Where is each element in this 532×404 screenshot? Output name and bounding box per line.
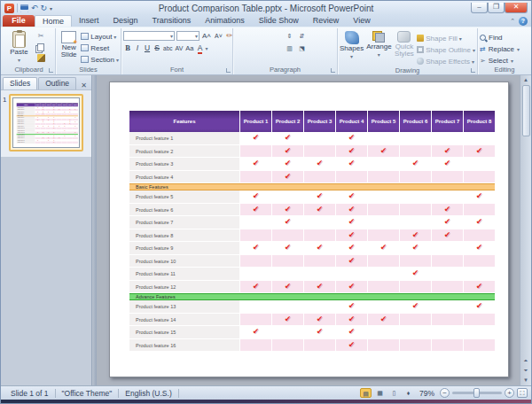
language-status[interactable]: English (U.S.): [119, 389, 177, 398]
slide-sorter-view-button[interactable]: ▦: [374, 388, 386, 398]
character-spacing-button[interactable]: AV: [175, 43, 184, 53]
qat-customize-icon[interactable]: ▾: [50, 5, 52, 12]
zoom-slider-handle[interactable]: [473, 388, 480, 398]
slide-thumbnail[interactable]: FeaturesProduct 1Product 2Product 3Produ…: [9, 94, 83, 152]
paragraph-dialog-launcher[interactable]: [331, 68, 335, 73]
font-size-select[interactable]: [176, 31, 200, 41]
decrease-indent-icon[interactable]: [260, 32, 270, 41]
smartart-convert-icon[interactable]: ⬔: [297, 44, 307, 53]
close-panel-icon[interactable]: ✕: [78, 82, 90, 89]
previous-slide-button[interactable]: ⏶: [521, 356, 531, 366]
increase-indent-icon[interactable]: [272, 32, 282, 41]
empty-cell: [303, 255, 335, 268]
empty-cell: [73, 113, 78, 115]
theme-status[interactable]: "Office Theme": [56, 389, 119, 398]
quick-styles-button[interactable]: Quick Styles: [395, 29, 415, 58]
numbering-icon[interactable]: [247, 32, 257, 41]
text-direction-icon[interactable]: ⇵: [297, 32, 307, 41]
tab-outline[interactable]: Outline: [38, 77, 76, 89]
line-spacing-icon[interactable]: ⇕: [285, 32, 294, 41]
cut-button[interactable]: ✂: [35, 31, 47, 41]
comparison-table[interactable]: FeaturesProduct 1Product 2Product 3Produ…: [129, 111, 495, 352]
tab-slide-show[interactable]: Slide Show: [252, 15, 306, 27]
reset-button[interactable]: Reset: [81, 43, 119, 53]
normal-view-button[interactable]: ▤: [360, 388, 372, 398]
undo-icon[interactable]: ↶: [31, 4, 38, 12]
check-icon: ✔: [271, 145, 303, 159]
format-painter-button[interactable]: [37, 54, 45, 62]
tab-view[interactable]: View: [346, 15, 377, 27]
align-left-icon[interactable]: [235, 44, 245, 53]
check-icon: ✔: [399, 268, 431, 281]
fit-to-window-button[interactable]: ⛶: [517, 388, 528, 398]
underline-button[interactable]: U: [143, 43, 152, 53]
redo-icon[interactable]: ↻: [41, 4, 48, 12]
save-icon[interactable]: [20, 4, 28, 12]
replace-button[interactable]: ⇄Replace▾: [480, 43, 520, 54]
close-button[interactable]: ✕: [505, 3, 528, 13]
empty-cell: [367, 132, 399, 145]
shape-effects-button[interactable]: Shape Effects▾: [417, 56, 475, 66]
minimize-button[interactable]: –: [471, 3, 488, 13]
select-icon: ➢: [480, 57, 486, 65]
minimize-ribbon-icon[interactable]: ⌃: [510, 18, 515, 25]
help-icon[interactable]: ?: [519, 17, 528, 26]
text-shadow-button[interactable]: abc: [162, 43, 173, 53]
bold-button[interactable]: B: [123, 43, 132, 53]
empty-cell: [367, 216, 399, 229]
tab-review[interactable]: Review: [306, 15, 347, 27]
zoom-slider[interactable]: [452, 392, 502, 394]
zoom-out-button[interactable]: −: [440, 388, 450, 398]
font-color-button[interactable]: A: [196, 43, 205, 53]
arrange-button[interactable]: Arrange▾: [366, 29, 391, 58]
strikethrough-button[interactable]: S: [153, 43, 161, 53]
empty-cell: [431, 268, 463, 281]
scroll-down-icon[interactable]: ▼: [521, 376, 531, 385]
slide-canvas[interactable]: FeaturesProduct 1Product 2Product 3Produ…: [109, 82, 509, 377]
layout-button[interactable]: Layout▾: [81, 31, 119, 42]
section-button[interactable]: Section▾: [81, 54, 119, 65]
justify-icon[interactable]: [272, 44, 282, 53]
powerpoint-app-icon[interactable]: P: [4, 4, 14, 13]
shapes-button[interactable]: Shapes▾: [340, 29, 364, 59]
slideshow-view-button[interactable]: ♦: [403, 388, 414, 398]
tab-animations[interactable]: Animations: [198, 15, 252, 27]
shrink-font-button[interactable]: A˅: [214, 31, 223, 41]
select-button[interactable]: ➢Select▾: [480, 55, 513, 66]
align-center-icon[interactable]: [247, 44, 257, 53]
vertical-scrollbar[interactable]: ▲ ⏶ ⏷ ▼: [520, 75, 531, 385]
font-dialog-launcher[interactable]: [226, 68, 231, 73]
tab-design[interactable]: Design: [106, 15, 145, 27]
columns-icon[interactable]: ▥: [285, 44, 294, 53]
change-case-button[interactable]: Aa: [184, 43, 194, 53]
empty-cell: [399, 132, 431, 145]
zoom-level[interactable]: 79%: [417, 389, 437, 398]
zoom-in-button[interactable]: +: [505, 388, 514, 398]
drawing-dialog-launcher[interactable]: [471, 68, 475, 73]
next-slide-button[interactable]: ⏷: [521, 366, 531, 376]
shape-fill-button[interactable]: Shape Fill▾: [417, 33, 475, 43]
copy-button[interactable]: [37, 43, 44, 51]
find-icon: [480, 35, 486, 41]
find-button[interactable]: Find: [480, 32, 503, 43]
grow-font-button[interactable]: A˄: [201, 31, 212, 41]
bullets-icon[interactable]: [235, 32, 245, 41]
tab-slides[interactable]: Slides: [3, 77, 37, 89]
reading-view-button[interactable]: ▯: [388, 388, 400, 398]
maximize-button[interactable]: ❐: [488, 3, 505, 13]
tab-file[interactable]: File: [3, 15, 35, 27]
comparison-table[interactable]: FeaturesProduct 1Product 2Product 3Produ…: [17, 103, 78, 144]
italic-button[interactable]: I: [133, 43, 142, 53]
scroll-up-icon[interactable]: ▲: [521, 75, 531, 85]
scrollbar-thumb[interactable]: [522, 85, 530, 136]
tab-insert[interactable]: Insert: [72, 15, 106, 27]
empty-cell: [239, 171, 271, 184]
tab-transitions[interactable]: Transitions: [145, 15, 199, 27]
align-right-icon[interactable]: [260, 44, 270, 53]
tab-home[interactable]: Home: [35, 15, 72, 27]
clipboard-dialog-launcher[interactable]: [49, 68, 53, 73]
new-slide-button[interactable]: New Slide: [58, 29, 80, 58]
paste-button[interactable]: Paste ▾: [4, 29, 34, 63]
font-name-select[interactable]: [123, 31, 175, 41]
shape-outline-button[interactable]: Shape Outline▾: [417, 44, 475, 55]
